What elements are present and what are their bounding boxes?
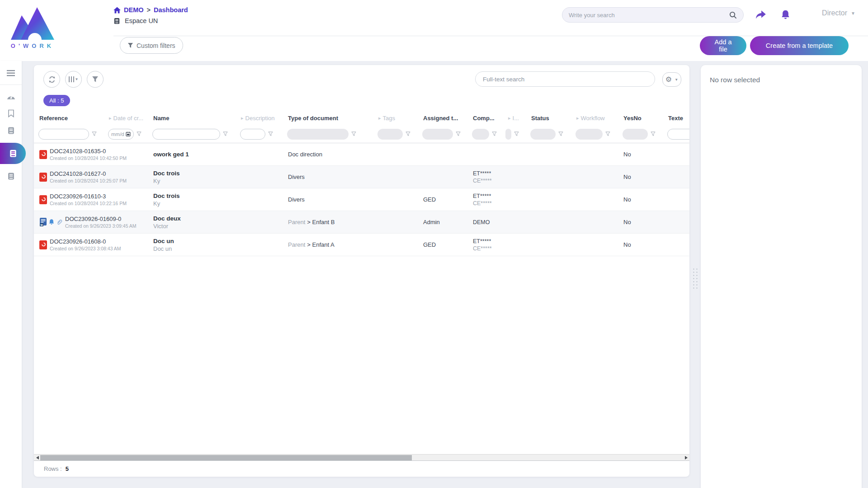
breadcrumb-root[interactable]: DEMO <box>124 6 144 14</box>
column-header-company[interactable]: Comp... <box>467 115 503 122</box>
column-header-yesno[interactable]: YesNo <box>618 115 663 122</box>
scroll-left-arrow[interactable] <box>34 455 40 460</box>
create-from-template-button[interactable]: Create from a template <box>750 36 849 55</box>
column-header-date[interactable]: ▸Date of cr... <box>104 115 148 122</box>
search-icon[interactable] <box>729 11 737 19</box>
app-logo[interactable]: O'WORK <box>8 5 57 52</box>
breadcrumb-current[interactable]: Dashboard <box>154 6 188 14</box>
fulltext-search-input[interactable] <box>483 76 647 83</box>
scrollbar-thumb[interactable] <box>40 455 412 460</box>
document-reference: DOC241028-01635-0 <box>50 148 127 155</box>
gear-icon: ⚙ <box>665 76 672 83</box>
yesno-value: No <box>618 196 663 203</box>
add-file-button[interactable]: Add a file <box>700 36 746 55</box>
space-label-line: Espace UN <box>113 17 158 24</box>
funnel-icon[interactable] <box>514 131 519 136</box>
document-reference: DOC241028-01627-0 <box>50 170 127 177</box>
sidebar-item-ged-active[interactable] <box>0 143 26 164</box>
column-header-texte[interactable]: Texte <box>663 115 689 122</box>
all-count-badge[interactable]: All : 5 <box>43 95 70 106</box>
expand-column-icon[interactable]: ▸ <box>378 115 381 121</box>
column-header-tags[interactable]: ▸Tags <box>373 115 418 122</box>
filter-status-disabled <box>530 129 556 140</box>
filter-reference-input[interactable] <box>38 129 89 140</box>
sidebar <box>0 61 22 488</box>
refresh-icon <box>48 75 56 84</box>
funnel-icon[interactable] <box>351 131 356 136</box>
created-date: Created on 10/28/2024 10:22:16 PM <box>50 201 127 206</box>
pdf-file-icon <box>39 173 47 182</box>
horizontal-scrollbar[interactable] <box>34 454 689 461</box>
columns-icon <box>69 76 74 82</box>
column-header-workflow[interactable]: ▸Workflow <box>571 115 618 122</box>
funnel-icon[interactable] <box>456 131 461 136</box>
notifications-button[interactable] <box>778 7 793 23</box>
filter-button[interactable] <box>87 71 104 88</box>
created-date: Created on 9/26/2023 3:09:45 AM <box>65 223 137 229</box>
column-header-reference[interactable]: Reference <box>34 115 104 122</box>
book-icon <box>9 149 17 158</box>
custom-filters-button[interactable]: Custom filters <box>120 37 183 54</box>
chevron-down-icon: ▼ <box>75 77 79 81</box>
sidebar-item-dashboard[interactable] <box>0 88 22 105</box>
detail-panel: No row selected <box>701 65 862 488</box>
scroll-right-arrow[interactable] <box>683 455 689 460</box>
user-role-menu[interactable]: Director ▼ <box>822 9 855 17</box>
global-search-input[interactable] <box>569 12 729 19</box>
filter-tags-disabled <box>377 129 403 140</box>
document-subname: Doc un <box>153 245 236 252</box>
filter-texte-input[interactable] <box>667 129 689 140</box>
document-type: Doc direction <box>283 151 373 158</box>
panel-resize-handle[interactable] <box>692 267 699 290</box>
funnel-icon[interactable] <box>406 131 410 136</box>
filter-description-input[interactable] <box>240 129 265 140</box>
table-row[interactable]: w DOC230926-01609-0Created on 9/26/2023 … <box>34 211 689 234</box>
funnel-icon[interactable] <box>651 131 656 136</box>
funnel-icon[interactable] <box>223 131 228 136</box>
share-button[interactable] <box>753 7 769 23</box>
funnel-icon[interactable] <box>137 131 142 136</box>
funnel-icon[interactable] <box>558 131 563 136</box>
document-name: Doc trois <box>153 170 236 177</box>
table-row[interactable]: DOC241028-01627-0Created on 10/28/2024 1… <box>34 166 689 188</box>
table-settings-button[interactable]: ⚙ ▼ <box>662 72 681 87</box>
sidebar-item-bookmarks[interactable] <box>0 105 22 122</box>
sidebar-item-archive[interactable] <box>0 168 22 185</box>
filter-name-input[interactable] <box>152 129 220 140</box>
mountain-logo-icon <box>8 5 57 42</box>
assigned-to: GED <box>418 196 467 203</box>
filter-date-input[interactable]: mm/d <box>108 129 134 140</box>
table-row[interactable]: DOC230926-01608-0Created on 9/26/2023 3:… <box>34 234 689 256</box>
pdf-file-icon <box>39 195 47 204</box>
funnel-icon <box>92 76 99 83</box>
columns-button[interactable]: ▼ <box>65 71 82 88</box>
created-date: Created on 10/28/2024 10:42:50 PM <box>50 155 127 161</box>
column-header-assigned[interactable]: Assigned t... <box>418 115 467 122</box>
funnel-icon <box>127 42 133 48</box>
funnel-icon[interactable] <box>492 131 497 136</box>
refresh-button[interactable] <box>43 71 60 88</box>
document-reference: DOC230926-01610-3 <box>50 193 127 200</box>
fulltext-search <box>475 71 655 87</box>
assigned-to: GED <box>418 241 467 248</box>
assigned-to: Admin <box>418 219 467 225</box>
column-header-type[interactable]: Type of document <box>283 115 373 122</box>
expand-column-icon[interactable]: ▸ <box>576 115 579 121</box>
sidebar-item-documents[interactable] <box>0 122 22 139</box>
home-icon[interactable] <box>113 7 121 14</box>
table-row[interactable]: DOC241028-01635-0Created on 10/28/2024 1… <box>34 143 689 166</box>
funnel-icon[interactable] <box>605 131 610 136</box>
space-label: Espace UN <box>125 17 158 24</box>
expand-column-icon[interactable]: ▸ <box>508 115 511 121</box>
view-tabs: All : 5 <box>34 93 689 111</box>
table-row[interactable]: DOC230926-01610-3Created on 10/28/2024 1… <box>34 188 689 211</box>
funnel-icon[interactable] <box>92 131 97 136</box>
column-header-i[interactable]: ▸I... <box>503 115 526 122</box>
expand-column-icon[interactable]: ▸ <box>109 115 112 121</box>
column-header-description[interactable]: ▸Description <box>236 115 283 122</box>
column-header-status[interactable]: Status <box>526 115 571 122</box>
funnel-icon[interactable] <box>268 131 273 136</box>
sidebar-menu-toggle[interactable] <box>0 65 22 82</box>
column-header-name[interactable]: Name <box>148 115 236 122</box>
expand-column-icon[interactable]: ▸ <box>241 115 244 121</box>
